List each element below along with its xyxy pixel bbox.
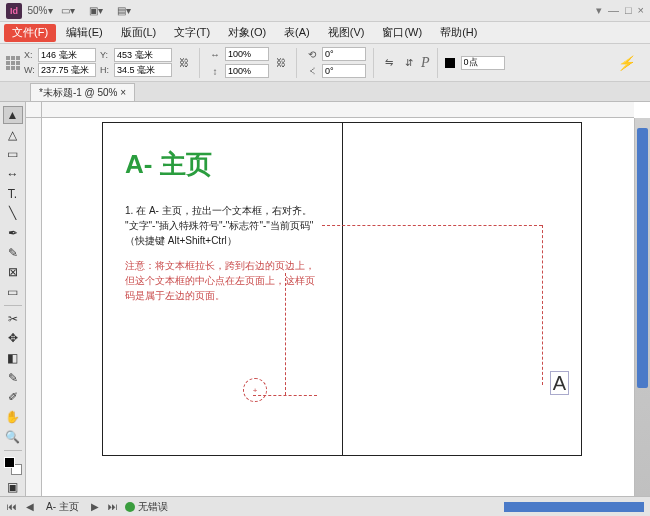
menu-type[interactable]: 文字(T)	[166, 22, 218, 44]
zoom-tool[interactable]: 🔍	[3, 428, 23, 446]
horizontal-ruler[interactable]	[42, 102, 634, 118]
fill-swatch[interactable]	[445, 58, 455, 68]
link-icon[interactable]: ⛓	[176, 55, 192, 71]
instruction-text: 1. 在 A- 主页，拉出一个文本框，右对齐。 "文字"-"插入特殊符号"-"标…	[125, 203, 320, 303]
help-dropdown-icon[interactable]: ▾	[596, 4, 602, 17]
shear-icon: ⧼	[304, 63, 320, 79]
rotate-input[interactable]	[322, 47, 366, 61]
note-text: 注意：将文本框拉长，跨到右边的页边上，但这个文本框的中心点在左页面上，这样页码是…	[125, 258, 320, 303]
menu-window[interactable]: 窗口(W)	[374, 22, 430, 44]
quick-apply-icon[interactable]: ⚡	[617, 55, 644, 71]
x-input[interactable]	[38, 48, 96, 62]
screen-mode-icon[interactable]: ▣▾	[86, 2, 106, 20]
link-scale-icon[interactable]: ⛓	[273, 55, 289, 71]
arrange-icon[interactable]: ▤▾	[114, 2, 134, 20]
document-tab-label: *未标题-1 @ 50% ×	[39, 86, 126, 100]
page-indicator[interactable]: A- 主页	[42, 500, 83, 514]
direct-select-tool[interactable]: △	[3, 126, 23, 144]
color-swatch[interactable]	[3, 455, 23, 477]
stroke-size-input[interactable]	[461, 56, 505, 70]
y-input[interactable]	[114, 48, 172, 62]
paragraph-style-icon[interactable]: P	[421, 55, 430, 71]
page-number-marker[interactable]: A	[550, 372, 569, 395]
menu-file[interactable]: 文件(F)	[4, 24, 56, 42]
menu-table[interactable]: 表(A)	[276, 22, 318, 44]
ruler-origin[interactable]	[26, 102, 42, 118]
control-bar: X: W: Y: H: ⛓ ↔ ↕ ⛓ ⟲ ⧼ ⇋ ⇵ P ⚡	[0, 44, 650, 82]
app-icon: Id	[6, 3, 22, 19]
vertical-scrollbar[interactable]	[634, 118, 650, 496]
rect-tool[interactable]: ▭	[3, 283, 23, 301]
minimize-button[interactable]: —	[608, 4, 619, 17]
toolbox: ▲ △ ▭ ↔ T. ╲ ✒ ✎ ⊠ ▭ ✂ ✥ ◧ ✎ ✐ ✋ 🔍 ▣	[0, 102, 26, 496]
page-title: A- 主页	[125, 147, 212, 182]
free-transform-tool[interactable]: ✥	[3, 330, 23, 348]
menu-help[interactable]: 帮助(H)	[432, 22, 485, 44]
flip-v-icon[interactable]: ⇵	[401, 55, 417, 71]
scrollbar-thumb[interactable]	[637, 128, 648, 388]
h-input[interactable]	[114, 63, 172, 77]
vertical-ruler[interactable]	[26, 118, 42, 496]
arrow-line	[542, 225, 543, 385]
shear-input[interactable]	[322, 64, 366, 78]
w-input[interactable]	[38, 63, 96, 77]
gradient-swatch-tool[interactable]: ◧	[3, 349, 23, 367]
document-tab[interactable]: *未标题-1 @ 50% ×	[30, 83, 135, 101]
selection-tool[interactable]: ▲	[3, 106, 23, 124]
hand-tool[interactable]: ✋	[3, 408, 23, 426]
scale-x-input[interactable]	[225, 47, 269, 61]
document-tab-bar: *未标题-1 @ 50% ×	[0, 82, 650, 102]
page-tool[interactable]: ▭	[3, 145, 23, 163]
eyedropper-tool[interactable]: ✐	[3, 389, 23, 407]
rotate-icon: ⟲	[304, 46, 320, 62]
scale-x-icon: ↔	[207, 46, 223, 62]
line-tool[interactable]: ╲	[3, 204, 23, 222]
zoom-select[interactable]: 50% ▾	[30, 2, 50, 20]
note-tool[interactable]: ✎	[3, 369, 23, 387]
menu-object[interactable]: 对象(O)	[220, 22, 274, 44]
status-bar: ⏮ ◀ A- 主页 ▶ ⏭ 无错误	[0, 496, 650, 516]
scale-y-icon: ↕	[207, 63, 223, 79]
arrow-line	[322, 225, 542, 226]
preflight-status[interactable]: 无错误	[125, 500, 168, 514]
menu-edit[interactable]: 编辑(E)	[58, 22, 111, 44]
scale-y-input[interactable]	[225, 64, 269, 78]
reference-point-icon[interactable]	[6, 56, 20, 70]
status-scroll[interactable]	[504, 502, 644, 512]
left-page: A- 主页 1. 在 A- 主页，拉出一个文本框，右对齐。 "文字"-"插入特殊…	[103, 123, 342, 455]
next-page-button[interactable]: ▶	[89, 501, 101, 512]
menu-layout[interactable]: 版面(L)	[113, 22, 164, 44]
gap-tool[interactable]: ↔	[3, 165, 23, 183]
layout-view-icon[interactable]: ▭▾	[58, 2, 78, 20]
title-bar: Id 50% ▾ ▭▾ ▣▾ ▤▾ ▾ — □ ×	[0, 0, 650, 22]
maximize-button[interactable]: □	[625, 4, 632, 17]
prev-page-button[interactable]: ◀	[24, 501, 36, 512]
pen-tool[interactable]: ✒	[3, 224, 23, 242]
anchor-circle: +	[243, 378, 267, 402]
flip-h-icon[interactable]: ⇋	[381, 55, 397, 71]
close-button[interactable]: ×	[638, 4, 644, 17]
menu-view[interactable]: 视图(V)	[320, 22, 373, 44]
scissors-tool[interactable]: ✂	[3, 310, 23, 328]
menu-bar: 文件(F) 编辑(E) 版面(L) 文字(T) 对象(O) 表(A) 视图(V)…	[0, 22, 650, 44]
master-spread: A- 主页 1. 在 A- 主页，拉出一个文本框，右对齐。 "文字"-"插入特殊…	[102, 122, 582, 456]
last-page-button[interactable]: ⏭	[107, 501, 119, 512]
ok-icon	[125, 502, 135, 512]
mode-toggle[interactable]: ▣	[3, 478, 23, 496]
first-page-button[interactable]: ⏮	[6, 501, 18, 512]
canvas[interactable]: A- 主页 1. 在 A- 主页，拉出一个文本框，右对齐。 "文字"-"插入特殊…	[26, 102, 650, 496]
rect-frame-tool[interactable]: ⊠	[3, 264, 23, 282]
right-page: A	[343, 123, 582, 455]
type-tool[interactable]: T.	[3, 185, 23, 203]
arrow-line	[285, 273, 286, 395]
pencil-tool[interactable]: ✎	[3, 244, 23, 262]
